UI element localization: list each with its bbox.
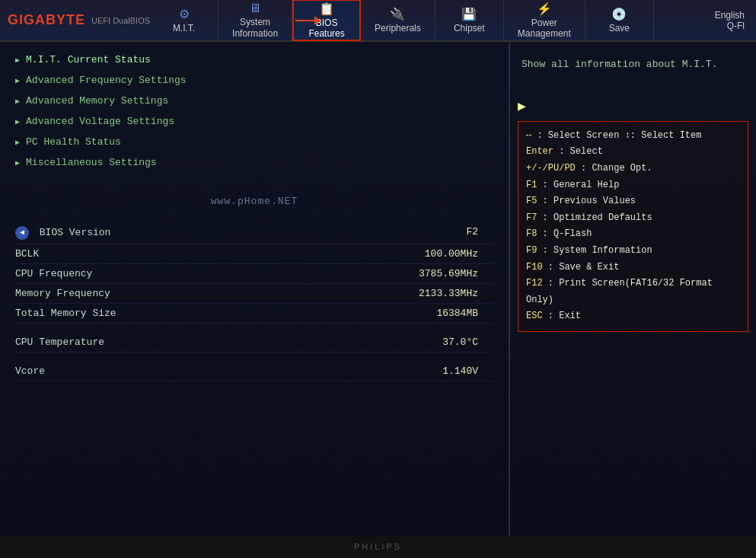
- key-f9: F9: [526, 245, 537, 256]
- arrow-indicator: [295, 16, 321, 25]
- key-desc-f1: : General Help: [543, 180, 620, 190]
- tab-save[interactable]: 💿 Save: [585, 0, 654, 41]
- help-row-f7: F7 : Optimized Defaults: [526, 210, 740, 227]
- key-desc-change: : Change Opt.: [581, 163, 652, 174]
- watermark: www.pHome.NET: [0, 173, 509, 218]
- peripherals-icon: 🔌: [390, 7, 405, 21]
- tab-power[interactable]: ⚡ PowerManagement: [504, 0, 585, 41]
- menu-label-5: Miscellaneous Settings: [26, 157, 157, 168]
- system-icon: 🖥: [249, 2, 261, 15]
- bios-icon: 📋: [319, 2, 334, 16]
- key-desc-f9: : System Information: [543, 245, 652, 256]
- info-label-bios-version: ◀ BIOS Version: [15, 226, 183, 240]
- info-row-cpu-freq: CPU Frequency 3785.69MHz: [15, 264, 493, 284]
- logo-area: GIGABYTE UEFI DualBIOS: [8, 12, 150, 28]
- help-row-f8: F8 : Q-Flash: [526, 226, 740, 243]
- info-value-cpu-temp: 37.0°C: [183, 336, 493, 348]
- key-enter: Enter: [526, 146, 553, 157]
- menu-item-advanced-memory[interactable]: ▶ Advanced Memory Settings: [0, 91, 509, 111]
- info-row-mem-freq: Memory Frequency 2133.33MHz: [15, 284, 493, 304]
- left-panel: ▶ M.I.T. Current Status ▶ Advanced Frequ…: [0, 42, 510, 537]
- key-change: +/-/PU/PD: [526, 163, 576, 174]
- tab-peripherals-label: Peripherals: [375, 23, 421, 33]
- key-desc-f5: : Previous Values: [543, 196, 636, 206]
- bios-version-indicator: ◀: [15, 226, 29, 240]
- key-f5: F5: [526, 196, 537, 206]
- menu-item-mit-current-status[interactable]: ▶ M.I.T. Current Status: [0, 49, 509, 70]
- help-row-f5: F5 : Previous Values: [526, 193, 740, 210]
- tab-system[interactable]: 🖥 SystemInformation: [219, 0, 292, 41]
- arrow-line: [295, 20, 314, 21]
- key-desc-enter: : Select: [559, 146, 603, 157]
- menu-arrow-0: ▶: [15, 56, 20, 65]
- key-desc-esc: : Exit: [548, 311, 581, 321]
- help-row-enter: Enter : Select: [526, 144, 740, 161]
- tab-save-label: Save: [609, 23, 630, 33]
- menu-arrow-2: ▶: [15, 97, 20, 106]
- help-row-esc: ESC : Exit: [526, 308, 740, 325]
- right-controls: English Q-Fl: [700, 10, 748, 31]
- key-desc-f12: : Print Screen(FAT16/32 Format Only): [526, 278, 713, 305]
- tab-chipset[interactable]: 💾 Chipset: [435, 0, 504, 41]
- key-f7: F7: [526, 212, 537, 223]
- key-desc-f10: : Save & Exit: [548, 262, 620, 273]
- key-help-box: ↔ : Select Screen ↕: Select Item Enter :…: [518, 121, 748, 332]
- menu-item-advanced-frequency[interactable]: ▶ Advanced Frequency Settings: [0, 70, 509, 91]
- help-row-f12: F12 : Print Screen(FAT16/32 Format Only): [526, 276, 740, 308]
- qflash-label[interactable]: Q-Fl: [727, 21, 745, 31]
- info-table: ◀ BIOS Version F2 BCLK 100.00MHz CPU Fre…: [0, 218, 509, 385]
- main-content: ▶ M.I.T. Current Status ▶ Advanced Frequ…: [0, 42, 756, 537]
- key-f10: F10: [526, 262, 543, 273]
- info-value-cpu-freq: 3785.69MHz: [183, 268, 493, 279]
- info-label-total-mem: Total Memory Size: [15, 308, 183, 319]
- help-row-0: ↔ : Select Screen ↕: Select Item: [526, 128, 740, 145]
- help-row-f1: F1 : General Help: [526, 177, 740, 194]
- key-f1: F1: [526, 180, 537, 190]
- menu-arrow-3: ▶: [15, 117, 20, 126]
- info-value-total-mem: 16384MB: [183, 308, 493, 319]
- chipset-icon: 💾: [461, 7, 477, 21]
- info-label-cpu-freq: CPU Frequency: [15, 268, 183, 279]
- info-row-bclk: BCLK 100.00MHz: [15, 244, 493, 264]
- help-row-change: +/-/PU/PD : Change Opt.: [526, 161, 740, 177]
- tab-system-label: SystemInformation: [232, 17, 278, 39]
- tab-chipset-label: Chipset: [454, 23, 485, 33]
- menu-item-advanced-voltage[interactable]: ▶ Advanced Voltage Settings: [0, 111, 509, 132]
- help-row-f9: F9 : System Information: [526, 243, 740, 260]
- nav-tabs: ⚙ M.I.T. 🖥 SystemInformation 📋 BIOSFeatu…: [150, 0, 700, 41]
- menu-item-pc-health[interactable]: ▶ PC Health Status: [0, 132, 509, 152]
- tab-peripherals[interactable]: 🔌 Peripherals: [361, 0, 435, 41]
- menu-label-3: Advanced Voltage Settings: [26, 116, 174, 127]
- key-0: ↔: [526, 130, 531, 141]
- tab-power-label: PowerManagement: [518, 18, 571, 40]
- menu-label-0: M.I.T. Current Status: [26, 54, 151, 65]
- info-row-total-mem: Total Memory Size 16384MB: [15, 304, 493, 324]
- info-label-bclk: BCLK: [15, 248, 183, 260]
- mit-icon: ⚙: [179, 7, 190, 21]
- tab-mit-label: M.I.T.: [173, 23, 195, 33]
- cursor-icon: ▶: [518, 100, 748, 113]
- gigabyte-logo: GIGABYTE: [8, 12, 85, 28]
- key-f8: F8: [526, 228, 537, 239]
- info-label-mem-freq: Memory Frequency: [15, 288, 183, 299]
- menu-label-1: Advanced Frequency Settings: [26, 75, 187, 86]
- info-row-vcore: Vcore 1.140V: [15, 362, 493, 381]
- info-row-spacer1: [15, 324, 493, 333]
- power-icon: ⚡: [537, 2, 552, 16]
- key-desc-0: : Select Screen ↕: Select Item: [537, 130, 701, 141]
- menu-label-2: Advanced Memory Settings: [26, 95, 168, 107]
- key-desc-f7: : Optimized Defaults: [543, 212, 652, 223]
- tab-mit[interactable]: ⚙ M.I.T.: [150, 0, 219, 41]
- menu-arrow-5: ▶: [15, 158, 20, 167]
- info-value-vcore: 1.140V: [183, 365, 493, 377]
- language-label[interactable]: English: [715, 10, 745, 21]
- right-panel: Show all information about M.I.T. ▶ ↔ : …: [510, 42, 756, 537]
- info-value-bios-version: F2: [183, 226, 493, 240]
- menu-arrow-1: ▶: [15, 76, 20, 85]
- bottom-brand: PHILIPS: [354, 542, 402, 551]
- info-value-mem-freq: 2133.33MHz: [183, 288, 493, 299]
- menu-item-misc-settings[interactable]: ▶ Miscellaneous Settings: [0, 152, 509, 173]
- bottom-bar: PHILIPS: [0, 535, 756, 558]
- menu-label-4: PC Health Status: [26, 136, 121, 148]
- info-label-vcore: Vcore: [15, 365, 183, 377]
